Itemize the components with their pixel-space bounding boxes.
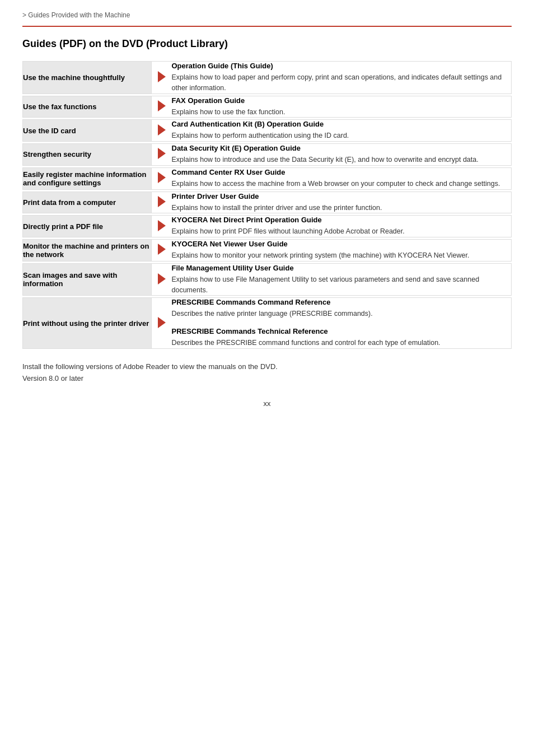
guide-entry-desc: Explains how to use the fax function. [172, 107, 512, 118]
page-number: xx [22, 399, 512, 408]
guide-entry-desc: Explains how to introduce and use the Da… [172, 155, 512, 165]
guide-entry: PRESCRIBE Commands Technical ReferenceDe… [172, 327, 512, 348]
guide-left-label: Directly print a PDF file [23, 216, 152, 237]
guide-entry-title: Data Security Kit (E) Operation Guide [172, 144, 512, 152]
table-row: Directly print a PDF fileKYOCERA Net Dir… [23, 216, 512, 237]
guide-entry: Data Security Kit (E) Operation GuideExp… [172, 144, 512, 165]
guide-entry-title: KYOCERA Net Direct Print Operation Guide [172, 216, 512, 224]
guide-entry-desc: Explains how to install the printer driv… [172, 203, 512, 213]
guide-entry-title: Card Authentication Kit (B) Operation Gu… [172, 120, 512, 128]
guide-right-content: FAX Operation GuideExplains how to use t… [172, 96, 512, 118]
guide-entry-desc: Describes the native printer language (P… [172, 309, 512, 319]
guide-entry-title: KYOCERA Net Viewer User Guide [172, 240, 512, 248]
guide-left-label: Strengthen security [23, 144, 152, 166]
arrow-icon [152, 298, 172, 349]
arrow-icon [152, 120, 172, 142]
guide-table: Use the machine thoughtfullyOperation Gu… [22, 61, 512, 349]
guide-entry-desc: Explains how to load paper and perform c… [172, 72, 512, 94]
guide-right-content: PRESCRIBE Commands Command ReferenceDesc… [172, 298, 512, 349]
guide-entry: Command Center RX User GuideExplains how… [172, 168, 512, 189]
guide-entry-title: File Management Utility User Guide [172, 264, 512, 272]
guide-entry-title: Command Center RX User Guide [172, 168, 512, 176]
table-row: Use the fax functionsFAX Operation Guide… [23, 96, 512, 118]
page-title: Guides (PDF) on the DVD (Product Library… [22, 38, 512, 50]
table-row: Scan images and save with informationFil… [23, 263, 512, 296]
guide-entry: Card Authentication Kit (B) Operation Gu… [172, 120, 512, 141]
guide-left-label: Print without using the printer driver [23, 298, 152, 349]
breadcrumb: > Guides Provided with the Machine [22, 11, 512, 19]
guide-right-content: KYOCERA Net Viewer User GuideExplains ho… [172, 240, 512, 262]
guide-entry-desc: Explains how to monitor your network pri… [172, 250, 512, 261]
table-row: Use the ID cardCard Authentication Kit (… [23, 120, 512, 142]
guide-left-label: Scan images and save with information [23, 263, 152, 296]
guide-entry-desc: Explains how to print PDF files without … [172, 226, 512, 237]
guide-entry: File Management Utility User GuideExplai… [172, 264, 512, 296]
guide-right-content: Card Authentication Kit (B) Operation Gu… [172, 120, 512, 142]
guide-left-label: Monitor the machine and printers on the … [23, 240, 152, 262]
guide-right-content: Printer Driver User GuideExplains how to… [172, 192, 512, 213]
guide-entry: Operation Guide (This Guide)Explains how… [172, 62, 512, 94]
guide-left-label: Use the machine thoughtfully [23, 62, 152, 94]
arrow-icon [152, 240, 172, 262]
guide-entry-title: Printer Driver User Guide [172, 192, 512, 200]
guide-entry-desc: Explains how to perform authentication u… [172, 130, 512, 141]
footer-line2: Version 8.0 or later [22, 374, 512, 382]
guide-entry-title: Operation Guide (This Guide) [172, 62, 512, 70]
arrow-icon [152, 96, 172, 118]
section-divider [22, 26, 512, 27]
guide-right-content: Data Security Kit (E) Operation GuideExp… [172, 144, 512, 166]
guide-right-content: File Management Utility User GuideExplai… [172, 263, 512, 296]
guide-left-label: Use the ID card [23, 120, 152, 142]
guide-left-label: Easily register machine information and … [23, 167, 152, 189]
arrow-icon [152, 263, 172, 296]
arrow-icon [152, 144, 172, 166]
guide-entry: PRESCRIBE Commands Command ReferenceDesc… [172, 298, 512, 319]
guide-entry-title: PRESCRIBE Commands Technical Reference [172, 327, 512, 335]
guide-right-content: Command Center RX User GuideExplains how… [172, 167, 512, 189]
guide-entry-title: PRESCRIBE Commands Command Reference [172, 298, 512, 306]
guide-entry: Printer Driver User GuideExplains how to… [172, 192, 512, 213]
arrow-icon [152, 62, 172, 94]
guide-entry-desc: Explains how to access the machine from … [172, 179, 512, 189]
guide-left-label: Use the fax functions [23, 96, 152, 118]
arrow-icon [152, 216, 172, 237]
table-row: Easily register machine information and … [23, 167, 512, 189]
arrow-icon [152, 192, 172, 213]
footer-line1: Install the following versions of Adobe … [22, 362, 512, 371]
guide-entry-title: FAX Operation Guide [172, 96, 512, 105]
guide-right-content: KYOCERA Net Direct Print Operation Guide… [172, 216, 512, 237]
guide-left-label: Print data from a computer [23, 192, 152, 213]
arrow-icon [152, 167, 172, 189]
table-row: Use the machine thoughtfullyOperation Gu… [23, 62, 512, 94]
table-row: Strengthen securityData Security Kit (E)… [23, 144, 512, 166]
guide-entry: KYOCERA Net Viewer User GuideExplains ho… [172, 240, 512, 261]
guide-entry-desc: Explains how to use File Management Util… [172, 274, 512, 296]
guide-right-content: Operation Guide (This Guide)Explains how… [172, 62, 512, 94]
table-row: Monitor the machine and printers on the … [23, 240, 512, 262]
guide-entry-desc: Describes the PRESCRIBE command function… [172, 338, 512, 348]
guide-entry: FAX Operation GuideExplains how to use t… [172, 96, 512, 118]
table-row: Print without using the printer driverPR… [23, 298, 512, 349]
guide-entry: KYOCERA Net Direct Print Operation Guide… [172, 216, 512, 237]
table-row: Print data from a computerPrinter Driver… [23, 192, 512, 213]
